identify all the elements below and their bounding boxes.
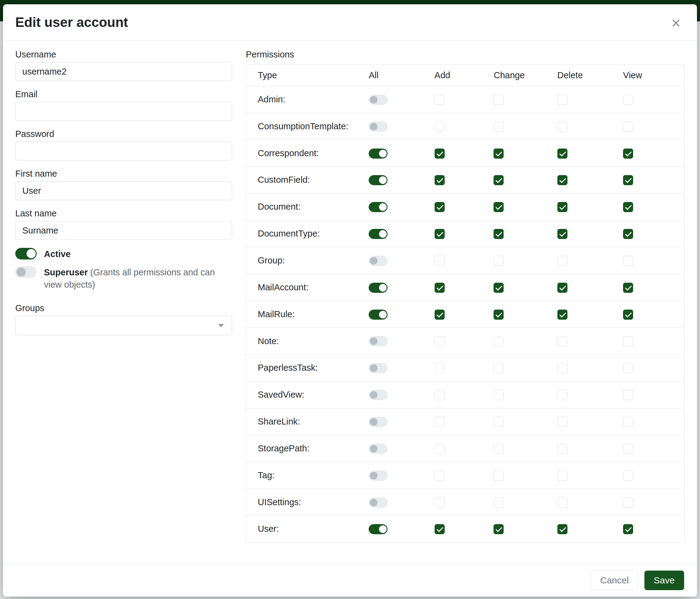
permission-add-checkbox[interactable] [434,336,445,346]
permission-view-checkbox[interactable] [623,148,633,159]
permission-add-checkbox[interactable] [434,310,445,320]
permission-view-checkbox[interactable] [623,202,633,212]
permission-delete-checkbox[interactable] [557,471,568,481]
permission-change-checkbox[interactable] [494,471,504,481]
cancel-button[interactable]: Cancel [591,571,638,590]
permission-all-toggle[interactable] [369,175,388,185]
permission-delete-checkbox[interactable] [557,524,568,534]
first-name-input[interactable] [15,181,232,200]
permission-delete-checkbox[interactable] [557,310,568,320]
permission-delete-checkbox[interactable] [557,363,568,373]
permission-all-toggle[interactable] [369,336,388,346]
permission-delete-checkbox[interactable] [557,95,568,105]
permission-delete-checkbox[interactable] [557,444,568,454]
permission-view-checkbox[interactable] [623,390,633,400]
permission-add-checkbox[interactable] [434,256,445,266]
permission-all-toggle[interactable] [369,444,388,454]
permission-change-checkbox[interactable] [494,524,504,534]
permission-all-toggle[interactable] [369,148,388,159]
permission-add-checkbox[interactable] [434,363,445,373]
permission-change-checkbox[interactable] [494,175,504,185]
save-button[interactable]: Save [644,571,684,590]
permission-delete-checkbox[interactable] [557,148,568,159]
permission-all-toggle[interactable] [369,390,388,400]
permission-type-label: Tag: [258,470,275,480]
permission-change-checkbox[interactable] [494,95,504,105]
permission-all-toggle[interactable] [369,524,388,534]
toggle-knob [379,150,386,158]
permission-view-checkbox[interactable] [623,256,633,266]
permission-delete-checkbox[interactable] [557,498,568,508]
permission-delete-checkbox[interactable] [557,417,568,427]
toggle-knob [17,267,26,277]
superuser-toggle[interactable] [15,266,36,278]
permission-add-checkbox[interactable] [434,390,445,400]
permission-delete-checkbox[interactable] [557,202,568,212]
permission-change-checkbox[interactable] [494,256,504,266]
permission-add-checkbox[interactable] [434,229,445,239]
permission-change-checkbox[interactable] [494,229,504,239]
permission-add-checkbox[interactable] [434,524,445,534]
permission-view-checkbox[interactable] [623,229,633,239]
permission-delete-checkbox[interactable] [557,283,568,293]
permission-change-checkbox[interactable] [494,444,504,454]
permission-add-checkbox[interactable] [434,471,445,481]
permission-all-toggle[interactable] [369,471,388,481]
permission-delete-checkbox[interactable] [557,175,568,185]
permission-add-checkbox[interactable] [434,417,445,427]
permission-change-checkbox[interactable] [494,122,504,132]
permission-all-toggle[interactable] [369,95,388,105]
permission-change-checkbox[interactable] [494,363,504,373]
permission-change-checkbox[interactable] [494,283,504,293]
permission-change-checkbox[interactable] [494,417,504,427]
permission-all-toggle[interactable] [369,310,388,320]
permission-view-checkbox[interactable] [623,336,633,346]
permission-all-toggle[interactable] [369,122,388,132]
permission-delete-checkbox[interactable] [557,229,568,239]
groups-select[interactable] [15,316,232,335]
permission-add-checkbox[interactable] [434,444,445,454]
permission-add-checkbox[interactable] [434,283,445,293]
password-input[interactable] [15,142,232,161]
permission-change-checkbox[interactable] [494,336,504,346]
permission-delete-checkbox[interactable] [557,390,568,400]
permission-change-checkbox[interactable] [494,390,504,400]
permission-view-checkbox[interactable] [623,175,633,185]
permission-view-checkbox[interactable] [623,524,633,534]
permission-delete-checkbox[interactable] [557,336,568,346]
permission-delete-checkbox[interactable] [557,256,568,266]
permission-change-checkbox[interactable] [494,202,504,212]
permission-row: DocumentType: [246,220,685,247]
permission-all-toggle[interactable] [369,498,388,508]
email-input[interactable] [15,102,232,121]
permission-all-toggle[interactable] [369,256,388,266]
permission-view-checkbox[interactable] [623,471,633,481]
permission-all-toggle[interactable] [369,417,388,427]
permission-all-toggle[interactable] [369,229,388,239]
permission-add-checkbox[interactable] [434,202,445,212]
permission-add-checkbox[interactable] [434,148,445,159]
permission-all-toggle[interactable] [369,283,388,293]
permission-all-toggle[interactable] [369,202,388,212]
permission-change-checkbox[interactable] [494,310,504,320]
close-icon[interactable]: ✕ [668,15,683,31]
permission-add-checkbox[interactable] [434,95,445,105]
permission-view-checkbox[interactable] [623,363,633,373]
permission-change-checkbox[interactable] [494,498,504,508]
permission-view-checkbox[interactable] [623,310,633,320]
permission-view-checkbox[interactable] [623,444,633,454]
last-name-input[interactable] [15,221,232,240]
active-toggle[interactable] [15,248,36,260]
permission-view-checkbox[interactable] [623,122,633,132]
username-input[interactable] [15,62,232,81]
permission-change-checkbox[interactable] [494,148,504,159]
permission-all-toggle[interactable] [369,363,388,373]
permission-view-checkbox[interactable] [623,498,633,508]
permission-view-checkbox[interactable] [623,283,633,293]
permission-add-checkbox[interactable] [434,498,445,508]
permission-delete-checkbox[interactable] [557,122,568,132]
permission-view-checkbox[interactable] [623,417,633,427]
permission-add-checkbox[interactable] [434,175,445,185]
permission-view-checkbox[interactable] [623,95,633,105]
permission-add-checkbox[interactable] [434,122,445,132]
